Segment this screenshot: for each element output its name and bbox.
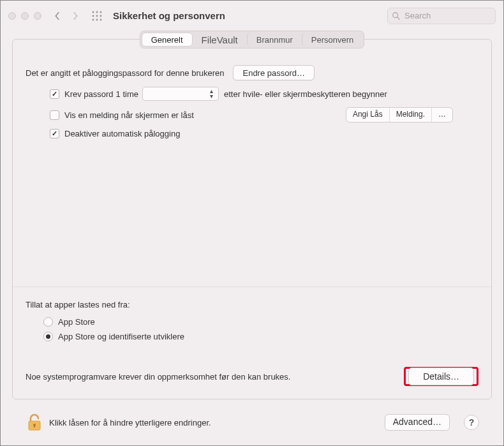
- tab-filevault[interactable]: FileVault: [193, 33, 247, 47]
- require-password-label: Krev passord: [64, 89, 114, 99]
- lock-icon[interactable]: [27, 413, 41, 431]
- appstore-radio[interactable]: [43, 317, 53, 327]
- section-divider: [13, 286, 491, 287]
- attention-text: Noe systemprogramvare krever din oppmerk…: [26, 372, 290, 382]
- updown-icon: ▴▾: [210, 89, 213, 99]
- nav-buttons: [52, 10, 81, 22]
- tab-group: Generelt FileVault Brannmur Personvern: [140, 31, 365, 48]
- search-icon: [392, 11, 401, 20]
- svg-point-3: [93, 15, 94, 17]
- require-password-checkbox[interactable]: [50, 89, 59, 99]
- svg-point-5: [100, 15, 102, 17]
- svg-point-4: [96, 15, 98, 17]
- svg-point-8: [100, 19, 102, 20]
- disable-autologin-checkbox[interactable]: [50, 129, 59, 138]
- window-controls: [8, 12, 41, 20]
- password-set-label: Det er angitt et påloggingspassord for d…: [26, 68, 224, 78]
- download-heading: Tillat at apper lastes ned fra:: [26, 300, 130, 309]
- show-message-checkbox[interactable]: [50, 110, 59, 120]
- login-section: Det er angitt et påloggingspassord for d…: [26, 65, 478, 145]
- settings-panel: Generelt FileVault Brannmur Personvern D…: [12, 39, 492, 399]
- tab-privacy[interactable]: Personvern: [302, 33, 362, 47]
- titlebar: Sikkerhet og personvern Search: [1, 1, 503, 31]
- forward-button[interactable]: [70, 10, 81, 22]
- search-placeholder: Search: [404, 11, 431, 20]
- require-password-after-label: etter hvile- eller skjermbeskytteren beg…: [224, 89, 387, 99]
- tab-bar: Generelt FileVault Brannmur Personvern: [26, 31, 478, 48]
- svg-point-1: [96, 11, 98, 13]
- require-password-delay-select[interactable]: ▴▾: [142, 87, 219, 101]
- minimize-window-button[interactable]: [21, 12, 29, 20]
- change-password-button[interactable]: Endre passord…: [233, 65, 315, 80]
- svg-point-7: [96, 19, 98, 20]
- close-window-button[interactable]: [8, 12, 16, 20]
- appstore-dev-label: App Store og identifiserte utviklere: [58, 332, 184, 341]
- download-section: Tillat at apper lastes ned fra: App Stor…: [26, 300, 478, 386]
- show-message-label: Vis en melding når skjermen er låst: [64, 110, 194, 120]
- appstore-label: App Store: [58, 317, 95, 327]
- message-button[interactable]: Melding.: [390, 108, 432, 122]
- show-all-icon[interactable]: [91, 10, 103, 22]
- content-area: Generelt FileVault Brannmur Personvern D…: [1, 31, 503, 445]
- details-highlight: Details…: [404, 367, 478, 386]
- tab-general[interactable]: Generelt: [142, 33, 193, 47]
- disable-autologin-label: Deaktiver automatisk pålogging: [64, 129, 180, 138]
- footer: Klikk låsen for å hindre ytterligere end…: [12, 399, 492, 445]
- more-button[interactable]: …: [432, 108, 452, 122]
- preferences-window: Sikkerhet og personvern Search Generelt …: [0, 0, 504, 446]
- advanced-button[interactable]: Advanced…: [385, 414, 450, 431]
- require-password-delay-value: 1 time: [116, 89, 138, 99]
- svg-point-2: [100, 11, 102, 13]
- window-title: Sikkerhet og personvern: [113, 10, 387, 21]
- set-lock-button[interactable]: Angi Lås: [346, 108, 390, 122]
- lock-help-text: Klikk låsen for å hindre ytterligere end…: [49, 418, 377, 427]
- zoom-window-button[interactable]: [34, 12, 41, 20]
- svg-point-6: [93, 19, 94, 20]
- tab-firewall[interactable]: Brannmur: [247, 33, 302, 47]
- svg-rect-13: [34, 425, 35, 427]
- appstore-dev-radio[interactable]: [43, 332, 53, 341]
- help-button[interactable]: ?: [464, 415, 479, 430]
- svg-line-10: [397, 17, 400, 19]
- search-field[interactable]: Search: [387, 8, 496, 24]
- back-button[interactable]: [52, 10, 63, 22]
- lock-message-segment: Angi Lås Melding. …: [346, 107, 453, 123]
- details-button[interactable]: Details…: [408, 368, 474, 385]
- svg-point-0: [93, 11, 94, 13]
